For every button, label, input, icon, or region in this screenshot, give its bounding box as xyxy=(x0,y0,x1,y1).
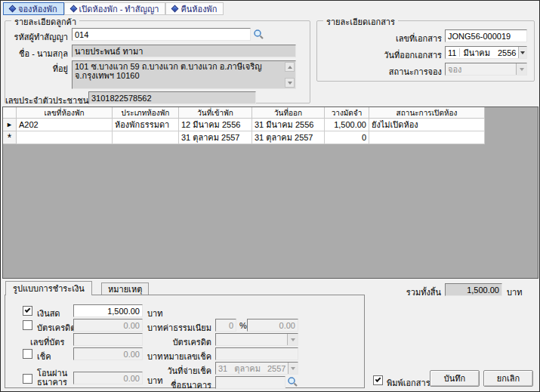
bookings-grid: เลขที่ห้องพัก ประเภทห้องพัก วันที่เข้าพั… xyxy=(2,106,538,279)
new-row-marker[interactable]: * xyxy=(3,131,17,144)
tab-return-room-label: คืนห้องพัก xyxy=(181,2,217,16)
print-document-label: พิมพ์เอกสาร xyxy=(387,376,430,390)
document-group-title: รายละเอียดเอกสาร xyxy=(323,15,398,29)
chevron-down-icon xyxy=(291,367,295,370)
cell-open-status[interactable]: ยังไม่เปิดห้อง xyxy=(369,119,485,131)
diamond-icon xyxy=(9,5,17,13)
fee-amount-input[interactable]: 0.00 xyxy=(247,319,298,332)
card-no-label: เลขที่บัตร xyxy=(30,335,64,349)
column-header-room-type[interactable]: ประเภทห้องพัก xyxy=(113,107,179,119)
fee-label: ค่าธรรมเนียม xyxy=(126,321,211,335)
grand-total-field: 1,500.00 xyxy=(445,283,502,296)
customer-name-label: ชื่อ - นามสกุล xyxy=(5,47,68,60)
doc-no-input[interactable]: JONG56-000019 xyxy=(445,29,527,42)
bank-name-input[interactable] xyxy=(215,376,285,389)
contract-code-label: รหัสผู้ทำสัญญา xyxy=(5,30,68,44)
percent-sign: % xyxy=(239,321,247,330)
save-button[interactable]: บันทึก xyxy=(430,370,480,387)
column-header-room-no[interactable]: เลขที่ห้องพัก xyxy=(17,107,113,119)
cash-checkbox[interactable] xyxy=(23,306,32,316)
currency-label: บาท xyxy=(147,307,162,320)
cancel-button[interactable]: ยกเลิก xyxy=(483,370,533,387)
checkmark-icon xyxy=(375,376,381,382)
cell-room-no[interactable] xyxy=(17,131,113,144)
cheque-date-picker[interactable]: 31 ตุลาคม 2557 xyxy=(215,362,298,375)
document-details-group: รายละเอียดเอกสาร เลขที่เอกสาร JONG56-000… xyxy=(316,20,535,82)
cell-check-out[interactable]: 31 ตุลาคม 2557 xyxy=(252,131,325,144)
cell-deposit[interactable]: 1,500.00 xyxy=(325,119,369,131)
bank-transfer-label: โอนผ่าน ธนาคาร xyxy=(37,369,67,387)
chevron-down-icon xyxy=(520,51,525,54)
tab-open-room-contract[interactable]: เปิดห้องพัก - ทำสัญญา xyxy=(64,2,166,15)
main-tab-bar: จองห้องพัก เปิดห้องพัก - ทำสัญญา คืนห้อง… xyxy=(3,2,224,15)
search-icon xyxy=(253,29,264,40)
address-label: ที่อยู่ xyxy=(5,62,68,76)
chevron-down-icon xyxy=(520,68,524,71)
fee-percent-input[interactable]: 0 xyxy=(215,319,236,332)
doc-date-month: มีนาคม xyxy=(463,46,490,59)
booking-window: จองห้องพัก เปิดห้องพัก - ทำสัญญา คืนห้อง… xyxy=(0,0,540,392)
column-header-check-out[interactable]: วันที่ออก xyxy=(252,107,325,119)
tab-return-room[interactable]: คืนห้องพัก xyxy=(165,2,224,15)
current-row-marker[interactable]: ► xyxy=(3,119,17,131)
tab-note[interactable]: หมายเหตุ xyxy=(101,282,149,295)
tab-book-room[interactable]: จองห้องพัก xyxy=(3,2,64,15)
cheque-no-label: หมายเลขเช็ค xyxy=(126,350,211,363)
cheque-checkbox[interactable] xyxy=(23,349,32,359)
cheque-no-input[interactable] xyxy=(215,347,298,360)
cheque-date-month: ตุลาคม xyxy=(234,362,261,375)
tab-book-room-label: จองห้องพัก xyxy=(18,2,57,16)
booking-status-value: จอง xyxy=(446,63,516,76)
credit-type-label: บัตรเครดิต xyxy=(126,335,211,349)
cell-check-in[interactable]: 31 ตุลาคม 2557 xyxy=(179,131,252,144)
address-field[interactable]: 101 ซ.บางแวก 59 ถ.บางแวก ต.บางแวก อ.ภาษี… xyxy=(72,60,296,89)
booking-status-label: สถานะการจอง xyxy=(332,65,442,79)
column-header-deposit[interactable]: วางมัดจำ xyxy=(325,107,369,119)
scroll-up-button[interactable] xyxy=(285,62,295,72)
tab-payment-method[interactable]: รูปแบบการชำระเงิน xyxy=(5,281,92,295)
cell-open-status[interactable] xyxy=(369,131,485,144)
print-document-checkbox[interactable] xyxy=(373,375,383,385)
doc-date-picker[interactable]: 11 มีนาคม 2556 xyxy=(445,46,527,59)
cell-room-no[interactable]: A202 xyxy=(17,119,113,131)
credit-type-dropdown-button[interactable] xyxy=(287,334,298,345)
scroll-down-button[interactable] xyxy=(285,78,295,88)
cheque-date-dropdown-button[interactable] xyxy=(288,363,298,374)
bank-transfer-checkbox[interactable] xyxy=(23,374,32,384)
diamond-icon xyxy=(69,5,77,13)
arrow-down-icon xyxy=(288,82,292,85)
contract-code-input[interactable]: 014 xyxy=(72,28,251,41)
cheque-date-label: วันที่จ่ายเช็ค xyxy=(126,364,211,378)
cell-room-type[interactable] xyxy=(113,131,179,144)
status-dropdown-button[interactable] xyxy=(516,63,526,75)
credit-type-select[interactable] xyxy=(215,333,298,346)
cash-label: เงินสด xyxy=(37,307,60,320)
search-icon xyxy=(287,376,298,387)
currency-label: บาท xyxy=(507,286,522,299)
credit-card-checkbox[interactable] xyxy=(23,320,32,330)
cell-check-in[interactable]: 12 มีนาคม 2556 xyxy=(179,119,252,131)
date-separator xyxy=(459,48,460,57)
column-header-open-status[interactable]: สถานะการเปิดห้อง xyxy=(369,107,485,119)
customer-search-button[interactable] xyxy=(252,28,265,41)
column-header-check-in[interactable]: วันที่เข้าพัก xyxy=(179,107,252,119)
citizen-id-field[interactable]: 3101822578562 xyxy=(88,91,256,104)
booking-status-select[interactable]: จอง xyxy=(445,63,527,76)
customer-group-title: รายละเอียดลูกค้า xyxy=(11,15,79,29)
checkmark-icon xyxy=(25,307,31,313)
customer-details-group: รายละเอียดลูกค้า รหัสผู้ทำสัญญา 014 ชื่อ… xyxy=(5,20,310,103)
payment-panel: เงินสด 1,500.00 บาท บัตรเครดิต 0.00 บาท … xyxy=(5,295,365,388)
customer-name-field[interactable]: นายประพนธ์ ทามา xyxy=(72,45,296,57)
grand-total-label: รวมทั้งสิ้น xyxy=(378,286,441,299)
chevron-down-icon xyxy=(291,338,295,341)
cell-check-out[interactable]: 31 มีนาคม 2556 xyxy=(252,119,325,131)
doc-date-dropdown-button[interactable] xyxy=(518,47,526,58)
cheque-date-day: 31 xyxy=(218,364,227,373)
doc-date-day: 11 xyxy=(448,48,456,57)
cash-amount-input[interactable]: 1,500.00 xyxy=(73,304,143,317)
cell-deposit[interactable]: 0 xyxy=(325,131,369,144)
doc-date-label: วันที่ออกเอกสาร xyxy=(332,48,442,62)
cell-room-type[interactable]: ห้องพักธรรมดา xyxy=(113,119,179,131)
tab-open-room-label: เปิดห้องพัก - ทำสัญญา xyxy=(79,2,159,16)
bank-search-button[interactable] xyxy=(286,375,299,388)
